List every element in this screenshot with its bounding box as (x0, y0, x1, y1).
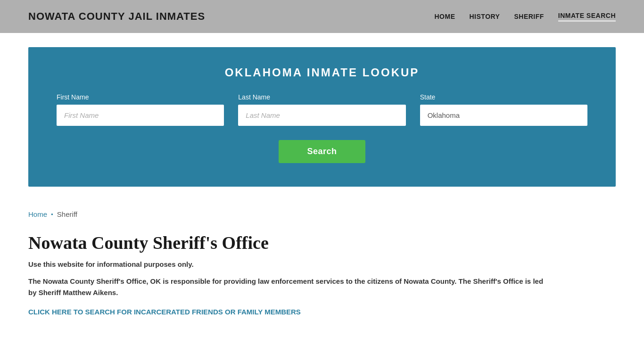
description-paragraph: The Nowata County Sheriff's Office, OK i… (28, 276, 547, 298)
first-name-label: First Name (57, 93, 224, 101)
first-name-input[interactable] (57, 105, 224, 126)
main-content: Nowata County Sheriff's Office Use this … (0, 223, 644, 335)
cta-search-link[interactable]: CLICK HERE to Search for Incarcerated Fr… (28, 308, 301, 316)
breadcrumb-home[interactable]: Home (28, 210, 47, 218)
info-line: Use this website for informational purpo… (28, 260, 616, 268)
breadcrumb-separator: ● (51, 212, 53, 216)
state-select[interactable]: Oklahoma Alabama Alaska Arizona Arkansas… (420, 105, 587, 126)
last-name-group: Last Name (238, 93, 405, 126)
breadcrumb-current: Sheriff (57, 210, 77, 218)
last-name-label: Last Name (238, 93, 405, 101)
site-title: NOWATA COUNTY JAIL INMATES (28, 10, 205, 23)
last-name-input[interactable] (238, 105, 405, 126)
search-form: First Name Last Name State Oklahoma Alab… (57, 93, 587, 163)
first-name-group: First Name (57, 93, 224, 126)
nav-home[interactable]: HOME (435, 13, 455, 20)
search-banner: OKLAHOMA INMATE LOOKUP First Name Last N… (28, 47, 616, 187)
nav-history[interactable]: HISTORY (470, 13, 500, 20)
page-title: Nowata County Sheriff's Office (28, 232, 616, 253)
main-nav: HOME HISTORY SHERIFF INMATE SEARCH (435, 12, 616, 22)
search-button[interactable]: Search (279, 140, 365, 163)
form-fields: First Name Last Name State Oklahoma Alab… (57, 93, 587, 126)
breadcrumb: Home ● Sheriff (0, 201, 644, 223)
nav-sheriff[interactable]: SHERIFF (514, 13, 544, 20)
header: NOWATA COUNTY JAIL INMATES HOME HISTORY … (0, 0, 644, 33)
state-label: State (420, 93, 587, 101)
nav-inmate-search[interactable]: INMATE SEARCH (558, 12, 616, 22)
state-group: State Oklahoma Alabama Alaska Arizona Ar… (420, 93, 587, 126)
banner-title: OKLAHOMA INMATE LOOKUP (57, 66, 587, 79)
